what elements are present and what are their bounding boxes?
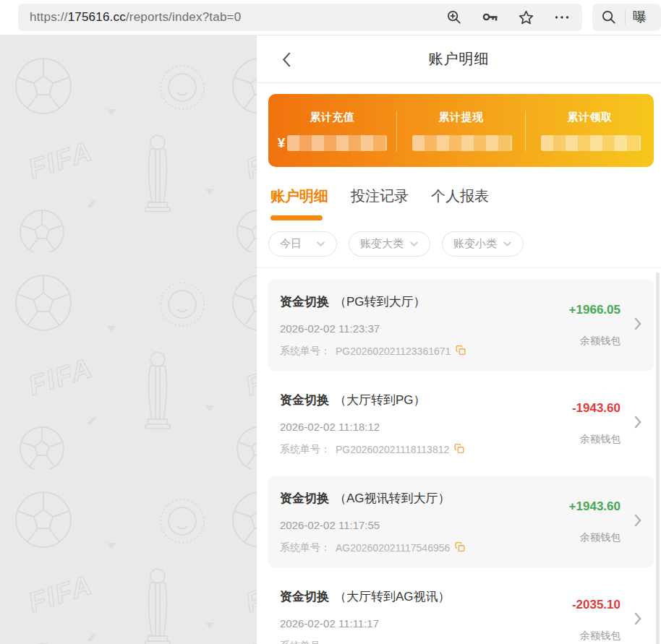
tab-account-detail[interactable]: 账户明细: [270, 186, 328, 206]
content: FIFA: [0, 35, 661, 644]
browser-bar: https://175616.cc/reports/index?tab=0: [0, 0, 661, 35]
record-left: 资金切换（AG视讯转到大厅） 2026-02-02 11:17:55 系统单号：…: [280, 490, 519, 567]
currency-prefix: ¥: [278, 135, 286, 151]
record-detail: （AG视讯转到大厅）: [334, 491, 451, 505]
summary-card: 累计充值 ¥ 累计提现 累计领取: [268, 94, 654, 167]
filter-minor-category[interactable]: 账变小类: [442, 231, 524, 257]
chevron-down-icon: [503, 241, 512, 247]
order-label: 系统单号：: [280, 443, 330, 456]
panel-header: 账户明细: [257, 35, 661, 83]
record-right: -2035.10 余额钱包: [519, 588, 621, 644]
order-label: 系统单号：: [280, 345, 330, 358]
summary-label: 累计领取: [568, 111, 613, 124]
amount: -2035.10: [572, 598, 621, 612]
record-card[interactable]: 资金切换（AG视讯转到大厅） 2026-02-02 11:17:55 系统单号：…: [268, 476, 654, 567]
filter-major-category[interactable]: 账变大类: [349, 231, 430, 257]
record-time: 2026-02-02 11:23:37: [280, 322, 519, 335]
scrollbar[interactable]: [656, 272, 660, 644]
wallet-label: 余额钱包: [580, 531, 621, 544]
order-row: 系统单号：PG202602021123361671: [280, 345, 519, 358]
back-button[interactable]: [274, 47, 299, 72]
fifa-pattern-background: FIFA: [0, 35, 257, 644]
order-number: PG202602021123361671: [336, 345, 451, 357]
masked-value: [287, 135, 387, 151]
amount: +1966.05: [569, 303, 621, 317]
wallet-label: 余额钱包: [580, 630, 621, 643]
page: https://175616.cc/reports/index?tab=0: [0, 0, 661, 644]
chevron-right-icon[interactable]: [634, 514, 642, 531]
summary-label: 累计提现: [439, 111, 484, 124]
filters: 今日 账变大类 账变小类: [268, 231, 661, 257]
chevron-down-icon: [409, 241, 419, 247]
more-icon[interactable]: [553, 9, 571, 26]
address-bar[interactable]: https://175616.cc/reports/index?tab=0: [18, 4, 582, 31]
records-list: 资金切换（PG转到大厅） 2026-02-02 11:23:37 系统单号：PG…: [257, 268, 661, 644]
chevron-right-icon[interactable]: [634, 416, 642, 432]
copy-icon[interactable]: [454, 443, 464, 456]
summary-item-claim: 累计领取: [526, 111, 654, 151]
wallet-label: 余额钱包: [580, 335, 621, 348]
summary-value: ¥: [278, 135, 388, 151]
record-left: 资金切换（大厅转到PG） 2026-02-02 11:18:12 系统单号：PG…: [280, 392, 519, 469]
amount: -1943.60: [572, 401, 621, 416]
filter-date[interactable]: 今日: [268, 231, 337, 257]
record-type: 资金切换: [280, 491, 329, 505]
summary-value: [539, 135, 641, 151]
order-label: 系统单号：: [280, 541, 330, 554]
tab-bet-records[interactable]: 投注记录: [351, 186, 409, 206]
copy-icon[interactable]: [456, 345, 466, 358]
key-icon[interactable]: [482, 9, 499, 26]
url-path: /reports/index?tab=0: [126, 10, 241, 24]
url-scheme: https://: [30, 10, 68, 24]
address-bar-icons: [446, 9, 571, 26]
chevron-right-icon[interactable]: [634, 612, 642, 629]
star-icon[interactable]: [518, 9, 534, 26]
amount: +1943.60: [569, 499, 621, 514]
record-card[interactable]: 资金切换（大厅转到AG视讯） 2026-02-02 11:11:17 系统单号：…: [268, 575, 654, 644]
url-domain: 175616.cc: [68, 10, 126, 24]
zoom-in-icon[interactable]: [446, 9, 463, 26]
order-row: 系统单号：PG202602021118113812: [280, 443, 519, 456]
record-title: 资金切换（AG视讯转到大厅）: [280, 490, 519, 507]
masked-value: [412, 135, 512, 151]
record-title: 资金切换（大厅转到PG）: [280, 392, 519, 408]
record-title: 资金切换（大厅转到AG视讯）: [280, 588, 519, 605]
record-time: 2026-02-02 11:18:12: [280, 421, 519, 433]
summary-label: 累计充值: [310, 111, 355, 124]
summary-item-deposit: 累计充值 ¥: [268, 111, 396, 151]
account-detail-panel: 账户明细 累计充值 ¥ 累计提现: [257, 35, 661, 644]
chevron-down-icon: [316, 241, 325, 247]
record-card[interactable]: 资金切换（PG转到大厅） 2026-02-02 11:23:37 系统单号：PG…: [268, 280, 654, 371]
record-right: +1943.60 余额钱包: [519, 490, 621, 567]
chevron-left-icon: [282, 51, 291, 68]
filter-label: 账变小类: [453, 237, 497, 251]
url-text: https://175616.cc/reports/index?tab=0: [30, 10, 241, 25]
record-left: 资金切换（PG转到大厅） 2026-02-02 11:23:37 系统单号：PG…: [280, 293, 519, 371]
tab-underline: [270, 215, 323, 220]
record-right: -1943.60 余额钱包: [519, 392, 621, 469]
record-detail: （PG转到大厅）: [334, 295, 426, 309]
record-time: 2026-02-02 11:11:17: [280, 617, 519, 630]
record-type: 资金切换: [280, 393, 329, 407]
record-detail: （大厅转到PG）: [334, 393, 426, 407]
summary-item-withdraw: 累计提现: [397, 111, 525, 151]
filter-label: 账变大类: [360, 237, 404, 251]
search-divider: [625, 10, 626, 25]
record-right: +1966.05 余额钱包: [519, 293, 621, 371]
search-text: 曝: [633, 8, 647, 27]
order-number: AG202602021117546956: [336, 542, 450, 554]
search-icon: [601, 9, 618, 26]
record-detail: （大厅转到AG视讯）: [334, 590, 451, 604]
record-card[interactable]: 资金切换（大厅转到PG） 2026-02-02 11:18:12 系统单号：PG…: [268, 378, 654, 469]
record-time: 2026-02-02 11:17:55: [280, 519, 519, 531]
order-row: 系统单号：: [280, 640, 519, 644]
wallet-label: 余额钱包: [580, 433, 621, 446]
record-type: 资金切换: [280, 295, 329, 309]
chevron-right-icon[interactable]: [634, 317, 642, 334]
copy-icon[interactable]: [455, 541, 465, 554]
tab-personal-report[interactable]: 个人报表: [431, 186, 489, 206]
record-left: 资金切换（大厅转到AG视讯） 2026-02-02 11:11:17 系统单号：: [280, 588, 519, 644]
search-box[interactable]: 曝: [592, 4, 661, 31]
order-row: 系统单号：AG202602021117546956: [280, 541, 519, 554]
record-title: 资金切换（PG转到大厅）: [280, 293, 519, 310]
